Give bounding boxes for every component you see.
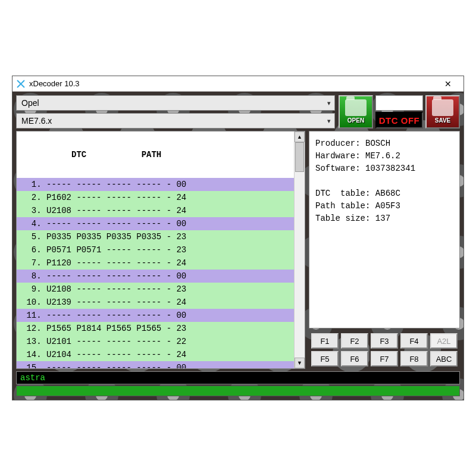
window-title: xDecoder 10.3 [29, 79, 436, 88]
dtc-row[interactable]: 5. P0335 P0335 P0335 P0335 - 23 [17, 230, 294, 243]
info-table-size: 137 [375, 214, 390, 223]
info-path-table: A05F3 [375, 201, 400, 211]
info-software-label: Software: [315, 164, 361, 173]
titlebar: xDecoder 10.3 ✕ [12, 76, 464, 92]
dtc-row[interactable]: 2. P1602 ----- ----- ----- - 24 [17, 191, 294, 204]
mid-button-column: DTC OFF [375, 95, 423, 129]
app-window: xDecoder 10.3 ✕ Opel ▾ ME7.6.x ▾ OPEN [12, 76, 464, 400]
fkey-f3[interactable]: F3 [371, 333, 398, 349]
fkey-abc[interactable]: ABC [430, 351, 458, 367]
fkey-f5[interactable]: F5 [311, 351, 339, 367]
dtc-off-button[interactable]: DTC OFF [375, 112, 423, 129]
dtc-row[interactable]: 1. ----- ----- ----- ----- - 00 [17, 178, 294, 191]
status-row: astra [16, 371, 460, 396]
info-producer-label: Producer: [315, 139, 361, 148]
scroll-track[interactable] [295, 142, 305, 358]
dtc-off-label: DTC OFF [379, 115, 420, 126]
info-path-table-label: Path table: [315, 201, 370, 211]
info-table-size-label: Table size: [315, 214, 370, 223]
ecu-select[interactable]: ME7.6.x ▾ [16, 113, 335, 129]
scroll-up-arrow-icon[interactable]: ▲ [295, 131, 305, 142]
scroll-down-arrow-icon[interactable]: ▼ [295, 358, 305, 368]
info-producer: BOSCH [365, 139, 390, 148]
fkey-f8[interactable]: F8 [400, 351, 428, 367]
dtc-row[interactable]: 13. U2101 ----- ----- ----- - 22 [17, 335, 294, 348]
dtc-row[interactable]: 4. ----- ----- ----- ----- - 00 [17, 217, 294, 230]
top-row: Opel ▾ ME7.6.x ▾ OPEN DTC OFF [16, 95, 460, 129]
content-area: Opel ▾ ME7.6.x ▾ OPEN DTC OFF [12, 92, 464, 400]
close-button[interactable]: ✕ [436, 77, 460, 90]
save-button[interactable]: SAVE [425, 95, 460, 129]
folder-save-icon [432, 99, 453, 116]
fkey-f6[interactable]: F6 [341, 351, 368, 367]
dtc-panel: DTC PATH 1. ----- ----- ----- ----- - 00… [16, 131, 305, 369]
app-icon [16, 79, 26, 89]
close-icon: ✕ [444, 79, 452, 89]
f-keys-grid: F1F2F3F4A2LF5F6F7F8ABC [309, 331, 460, 369]
info-dtc-table: AB68C [375, 189, 400, 198]
main-row: DTC PATH 1. ----- ----- ----- ----- - 00… [16, 131, 460, 369]
dtc-row[interactable]: 3. U2108 ----- ----- ----- - 24 [17, 204, 294, 217]
dtc-row[interactable]: 10. U2139 ----- ----- ----- - 24 [17, 296, 294, 309]
fkey-f1[interactable]: F1 [311, 333, 339, 349]
info-hardware-label: Hardware: [315, 151, 361, 161]
dtc-row[interactable]: 15. ----- ----- ----- ----- - 00 [17, 361, 294, 368]
status-text: astra [16, 371, 460, 384]
folder-open-icon [345, 99, 367, 116]
dtc-row[interactable]: 9. U2108 ----- ----- ----- - 23 [17, 283, 294, 296]
info-software: 1037382341 [365, 164, 415, 173]
open-button[interactable]: OPEN [339, 95, 373, 129]
make-select-value: Opel [21, 98, 39, 108]
make-select[interactable]: Opel ▾ [16, 95, 335, 111]
fkey-f2[interactable]: F2 [341, 333, 368, 349]
dtc-row[interactable]: 12. P1565 P1814 P1565 P1565 - 23 [17, 322, 294, 335]
dtc-row[interactable]: 6. P0571 P0571 ----- ----- - 23 [17, 243, 294, 256]
big-buttons: OPEN DTC OFF SAVE [339, 95, 460, 129]
right-column: Producer: BOSCH Hardware: ME7.6.2 Softwa… [309, 131, 460, 369]
fkey-a2l: A2L [430, 333, 458, 349]
dtc-list[interactable]: DTC PATH 1. ----- ----- ----- ----- - 00… [17, 131, 294, 368]
dtc-row[interactable]: 8. ----- ----- ----- ----- - 00 [17, 270, 294, 283]
info-box: Producer: BOSCH Hardware: ME7.6.2 Softwa… [309, 131, 460, 328]
info-dtc-table-label: DTC table: [315, 189, 370, 198]
dtc-row[interactable]: 14. U2104 ----- ----- ----- - 24 [17, 348, 294, 361]
dtc-row[interactable]: 11. ----- ----- ----- ----- - 00 [17, 309, 294, 322]
dtc-row[interactable]: 7. P1120 ----- ----- ----- - 24 [17, 256, 294, 270]
scroll-thumb[interactable] [295, 142, 304, 172]
fkey-f4[interactable]: F4 [400, 333, 428, 349]
fkey-f7[interactable]: F7 [371, 351, 398, 367]
dtc-list-header: DTC PATH [17, 148, 294, 161]
progress-bar [16, 386, 460, 396]
ecu-select-value: ME7.6.x [21, 116, 52, 126]
save-button-label: SAVE [435, 117, 451, 124]
selects-column: Opel ▾ ME7.6.x ▾ [16, 95, 335, 129]
chevron-down-icon: ▾ [327, 117, 331, 125]
chevron-down-icon: ▾ [327, 99, 331, 107]
open-button-label: OPEN [347, 117, 364, 124]
info-hardware: ME7.6.2 [365, 151, 400, 161]
blank-indicator [375, 95, 423, 111]
dtc-scrollbar[interactable]: ▲ ▼ [294, 131, 305, 368]
